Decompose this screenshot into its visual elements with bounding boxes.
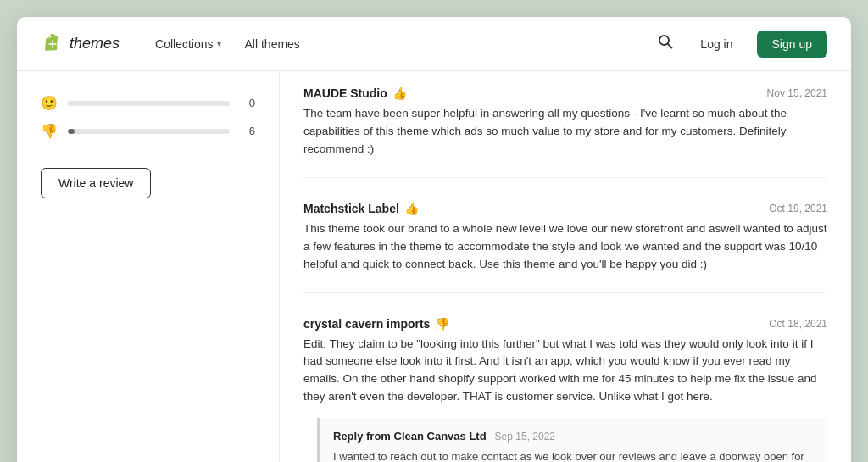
content-area: 🙂 0 👎 6 Write a review MAUD bbox=[17, 71, 851, 462]
review-header: crystal cavern imports 👎 Oct 18, 2021 bbox=[303, 317, 827, 331]
reviews-main: MAUDE Studio 👍 Nov 15, 2021 The team hav… bbox=[280, 71, 851, 462]
reviewer-name: MAUDE Studio 👍 bbox=[303, 86, 407, 100]
svg-line-2 bbox=[668, 44, 672, 48]
negative-count: 6 bbox=[238, 125, 255, 137]
header-actions: Log in Sign up bbox=[654, 31, 827, 58]
main-nav: Collections ▾ All themes bbox=[147, 32, 654, 56]
search-button[interactable] bbox=[654, 31, 676, 57]
thumbs-down-icon: 👎 bbox=[41, 123, 59, 139]
reviewer-name: Matchstick Label 👍 bbox=[303, 202, 419, 215]
reply-header: Reply from Clean Canvas Ltd Sep 15, 2022 bbox=[333, 430, 814, 443]
reviewer-name: crystal cavern imports 👎 bbox=[303, 317, 449, 331]
reply-from: Reply from Clean Canvas Ltd bbox=[333, 430, 487, 443]
reply-block: Reply from Clean Canvas Ltd Sep 15, 2022… bbox=[317, 418, 827, 462]
review-date: Oct 18, 2021 bbox=[769, 318, 827, 330]
app-window: themes Collections ▾ All themes Log in S… bbox=[17, 17, 851, 462]
negative-bar-fill bbox=[68, 129, 75, 134]
thumbs-up-icon: 👍 bbox=[392, 86, 407, 100]
rating-negative-row: 👎 6 bbox=[41, 123, 255, 139]
logo[interactable]: themes bbox=[41, 32, 120, 56]
thumbs-down-icon: 👎 bbox=[435, 317, 449, 331]
nav-all-themes[interactable]: All themes bbox=[236, 32, 309, 56]
signup-button[interactable]: Sign up bbox=[757, 31, 827, 58]
chevron-down-icon: ▾ bbox=[217, 39, 221, 48]
negative-bar bbox=[68, 129, 230, 134]
review-header: MAUDE Studio 👍 Nov 15, 2021 bbox=[303, 86, 827, 100]
reply-body: I wanted to reach out to make contact as… bbox=[333, 448, 814, 462]
nav-collections[interactable]: Collections ▾ bbox=[147, 32, 229, 56]
login-button[interactable]: Log in bbox=[690, 32, 743, 56]
sidebar: 🙂 0 👎 6 Write a review bbox=[17, 71, 280, 462]
nav-all-themes-label: All themes bbox=[245, 37, 300, 51]
review-header: Matchstick Label 👍 Oct 19, 2021 bbox=[303, 202, 827, 215]
write-review-button[interactable]: Write a review bbox=[41, 168, 151, 198]
review-date: Nov 15, 2021 bbox=[767, 87, 827, 99]
neutral-bar bbox=[68, 101, 230, 106]
shopify-logo-icon bbox=[41, 32, 64, 56]
review-body: The team have been super helpful in answ… bbox=[303, 105, 827, 159]
neutral-count: 0 bbox=[238, 97, 255, 109]
review-item: MAUDE Studio 👍 Nov 15, 2021 The team hav… bbox=[303, 86, 827, 178]
review-date: Oct 19, 2021 bbox=[769, 203, 827, 214]
reply-date: Sep 15, 2022 bbox=[495, 431, 555, 443]
header: themes Collections ▾ All themes Log in S… bbox=[17, 17, 851, 71]
review-item: crystal cavern imports 👎 Oct 18, 2021 Ed… bbox=[303, 317, 827, 462]
thumbs-up-icon: 👍 bbox=[404, 202, 419, 215]
review-body: This theme took our brand to a whole new… bbox=[303, 220, 827, 274]
logo-text: themes bbox=[70, 35, 120, 53]
neutral-face-icon: 🙂 bbox=[41, 95, 59, 111]
rating-neutral-row: 🙂 0 bbox=[41, 95, 255, 111]
nav-collections-label: Collections bbox=[155, 37, 213, 51]
review-body: Edit: They claim to be "looking into thi… bbox=[303, 336, 827, 407]
search-icon bbox=[658, 34, 673, 49]
review-item: Matchstick Label 👍 Oct 19, 2021 This the… bbox=[303, 202, 827, 293]
